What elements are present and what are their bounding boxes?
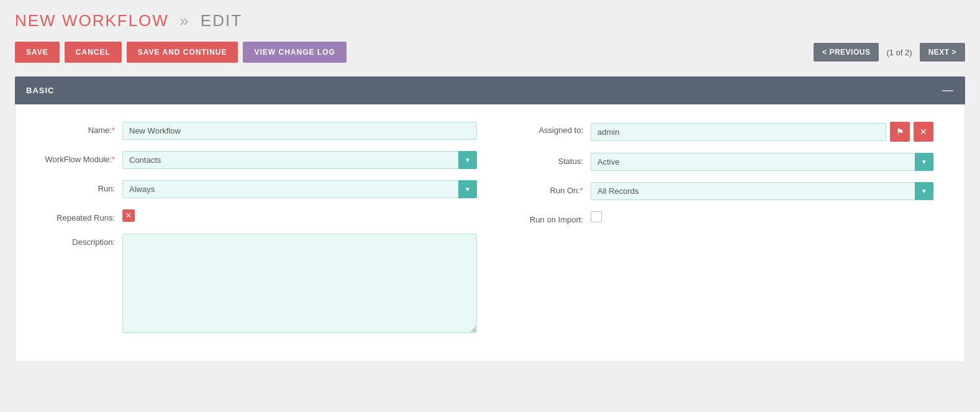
workflow-module-select-wrapper: Contacts Leads Accounts Opportunities	[122, 151, 477, 169]
name-input[interactable]	[122, 122, 477, 140]
section-body-basic: Name:* WorkFlow Module:* Contacts Leads	[15, 104, 965, 362]
view-change-log-button[interactable]: VIEW CHANGE LOG	[243, 42, 346, 63]
assign-clear-button[interactable]: ✕	[914, 122, 933, 142]
collapse-icon[interactable]: —	[942, 84, 954, 97]
title-workflow: NEW WORKFLOW	[15, 11, 169, 30]
workflow-module-row: WorkFlow Module:* Contacts Leads Account…	[34, 151, 477, 169]
save-button[interactable]: SAVE	[15, 42, 60, 63]
workflow-module-label: WorkFlow Module:*	[34, 151, 115, 164]
title-arrow: »	[179, 11, 189, 30]
name-row: Name:*	[34, 122, 477, 140]
run-on-import-label: Run on Import:	[502, 211, 583, 224]
assigned-to-row: Assigned to: ⚑ ✕	[502, 122, 933, 142]
repeated-runs-row: Repeated Runs: ✕	[34, 209, 477, 222]
name-label: Name:*	[34, 122, 115, 135]
repeated-runs-checkbox[interactable]: ✕	[122, 209, 135, 222]
run-on-import-checkbox[interactable]	[591, 211, 602, 222]
run-on-import-row: Run on Import:	[502, 211, 933, 224]
cancel-button[interactable]: CANCEL	[65, 42, 122, 63]
toolbar-left: SAVE CANCEL SAVE AND CONTINUE VIEW CHANG…	[15, 42, 347, 63]
section-title-basic: BASIC	[26, 86, 54, 95]
title-edit: EDIT	[201, 11, 242, 30]
status-select[interactable]: Active Inactive	[591, 153, 933, 171]
workflow-module-select[interactable]: Contacts Leads Accounts Opportunities	[122, 151, 477, 169]
next-button[interactable]: NEXT >	[920, 43, 965, 62]
run-on-label: Run On:*	[502, 182, 583, 195]
description-textarea[interactable]	[122, 234, 477, 333]
section-header-basic: BASIC —	[15, 76, 965, 104]
run-row: Run: Always Once Only On Save	[34, 180, 477, 198]
run-on-row: Run On:* All Records New Records Only Mo…	[502, 182, 933, 200]
toolbar-right: < PREVIOUS (1 of 2) NEXT >	[814, 43, 965, 62]
status-label: Status:	[502, 153, 583, 166]
nav-counter: (1 of 2)	[882, 48, 915, 57]
assigned-to-label: Assigned to:	[502, 122, 583, 135]
assigned-to-input[interactable]	[591, 123, 886, 141]
form-grid: Name:* WorkFlow Module:* Contacts Leads	[34, 122, 946, 344]
run-select[interactable]: Always Once Only On Save	[122, 180, 477, 198]
form-col-left: Name:* WorkFlow Module:* Contacts Leads	[34, 122, 490, 344]
description-row: Description:	[34, 234, 477, 333]
basic-section: BASIC — Name:* WorkFlow	[15, 76, 965, 362]
run-select-wrapper: Always Once Only On Save	[122, 180, 477, 198]
previous-button[interactable]: < PREVIOUS	[814, 43, 879, 62]
assigned-to-field-group: ⚑ ✕	[591, 122, 933, 142]
run-on-select-wrapper: All Records New Records Only Modified Re…	[591, 182, 933, 200]
assign-select-button[interactable]: ⚑	[890, 122, 910, 142]
status-row: Status: Active Inactive	[502, 153, 933, 171]
page-title: NEW WORKFLOW » EDIT	[15, 11, 965, 30]
run-on-select[interactable]: All Records New Records Only Modified Re…	[591, 182, 933, 200]
description-label: Description:	[34, 234, 115, 247]
repeated-runs-label: Repeated Runs:	[34, 209, 115, 222]
run-label: Run:	[34, 180, 115, 193]
save-continue-button[interactable]: SAVE AND CONTINUE	[127, 42, 238, 63]
clear-icon: ✕	[920, 127, 927, 137]
form-col-right: Assigned to: ⚑ ✕	[490, 122, 946, 344]
status-select-wrapper: Active Inactive	[591, 153, 933, 171]
flag-icon: ⚑	[896, 127, 904, 137]
toolbar: SAVE CANCEL SAVE AND CONTINUE VIEW CHANG…	[15, 42, 965, 63]
